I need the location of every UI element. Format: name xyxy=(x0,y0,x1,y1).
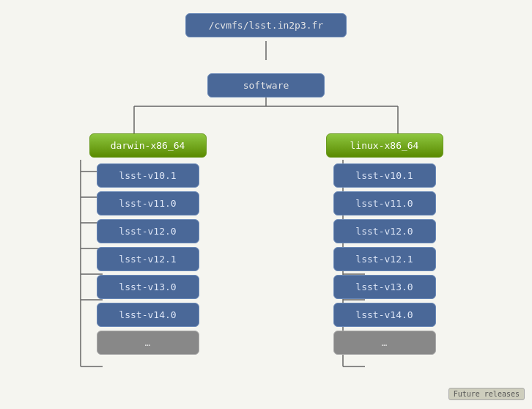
darwin-ellipsis-node: … xyxy=(97,331,199,355)
darwin-version-list: lsst-v10.1 lsst-v11.0 lsst-v12.0 lsst-v1… xyxy=(97,163,199,355)
software-node: software xyxy=(207,73,325,97)
linux-ellipsis-node: … xyxy=(333,331,436,355)
list-item[interactable]: lsst-v13.0 xyxy=(97,275,199,299)
darwin-label: darwin-x86_64 xyxy=(111,140,185,151)
list-item[interactable]: lsst-v11.0 xyxy=(97,191,199,215)
tree-container: /cvmfs/lsst.in2p3.fr software darwin-x86… xyxy=(0,0,532,409)
list-item[interactable]: lsst-v12.0 xyxy=(97,219,199,243)
future-releases-label: Future releases xyxy=(454,390,520,398)
list-item[interactable]: lsst-v14.0 xyxy=(97,303,199,327)
list-item[interactable]: lsst-v10.1 xyxy=(97,163,199,188)
root-label: /cvmfs/lsst.in2p3.fr xyxy=(209,20,324,31)
list-item[interactable]: lsst-v10.1 xyxy=(333,163,436,188)
darwin-platform-node: darwin-x86_64 xyxy=(89,133,207,158)
list-item[interactable]: lsst-v12.1 xyxy=(333,247,436,271)
linux-platform-node: linux-x86_64 xyxy=(326,133,443,158)
list-item[interactable]: lsst-v12.0 xyxy=(333,219,436,243)
list-item[interactable]: lsst-v14.0 xyxy=(333,303,436,327)
list-item[interactable]: lsst-v13.0 xyxy=(333,275,436,299)
future-releases-badge: Future releases xyxy=(448,388,525,400)
linux-branch: linux-x86_64 lsst-v10.1 lsst-v11.0 lsst-… xyxy=(326,133,443,355)
linux-label: linux-x86_64 xyxy=(350,140,419,151)
darwin-branch: darwin-x86_64 lsst-v10.1 lsst-v11.0 lsst… xyxy=(89,133,207,355)
software-label: software xyxy=(243,80,289,91)
root-node: /cvmfs/lsst.in2p3.fr xyxy=(185,13,347,37)
list-item[interactable]: lsst-v12.1 xyxy=(97,247,199,271)
list-item[interactable]: lsst-v11.0 xyxy=(333,191,436,215)
linux-version-list: lsst-v10.1 lsst-v11.0 lsst-v12.0 lsst-v1… xyxy=(333,163,436,355)
